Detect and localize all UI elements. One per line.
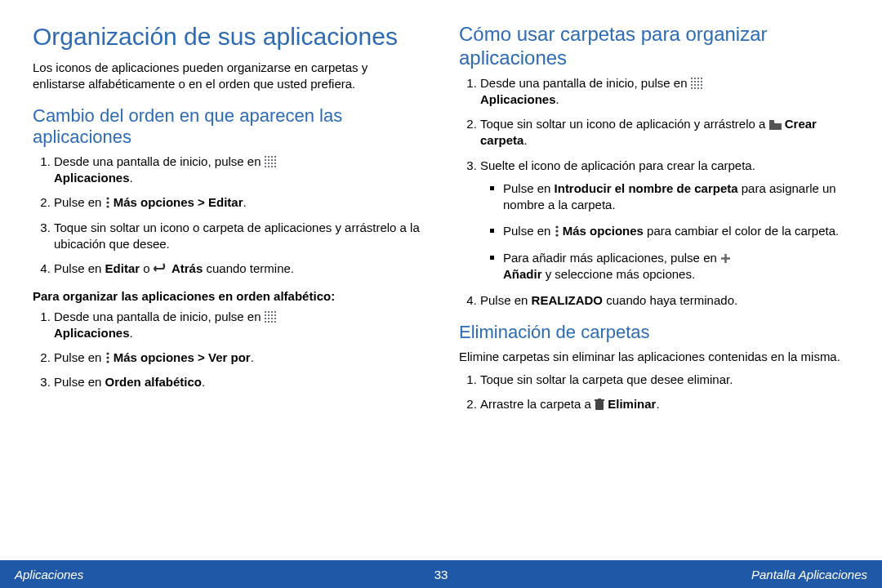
more-options-icon (105, 352, 110, 363)
apps-grid-icon (265, 311, 276, 323)
svg-point-36 (106, 356, 109, 359)
footer-right: Pantalla Aplicaciones (448, 568, 867, 581)
svg-rect-62 (598, 399, 601, 400)
svg-point-16 (106, 198, 109, 200)
svg-rect-10 (271, 163, 273, 164)
svg-rect-28 (268, 318, 270, 319)
apps-grid-icon (265, 156, 276, 167)
svg-rect-46 (691, 84, 693, 86)
delete-steps: Toque sin soltar la carpeta que desee el… (459, 372, 849, 413)
apps-grid-icon (691, 78, 702, 89)
svg-rect-38 (691, 78, 693, 79)
svg-rect-22 (274, 311, 276, 313)
svg-rect-39 (694, 78, 696, 79)
step-4: Pulse en Editar o Atrás cuando termine. (54, 261, 423, 277)
svg-point-55 (555, 226, 558, 229)
svg-rect-12 (265, 166, 266, 167)
svg-rect-8 (265, 163, 266, 164)
svg-rect-5 (268, 159, 270, 161)
folder-step-4: Pulse en REALIZADO cuando haya terminado… (480, 292, 849, 309)
svg-point-56 (555, 230, 558, 233)
heading-delete-folders: Eliminación de carpetas (459, 322, 849, 343)
more-options-icon (105, 197, 110, 208)
svg-rect-45 (701, 81, 702, 82)
step-3: Toque sin soltar un icono o carpeta de a… (54, 220, 423, 253)
svg-rect-26 (274, 314, 276, 316)
step-2: Pulse en Más opciones > Editar. (54, 194, 423, 211)
svg-rect-24 (268, 314, 270, 316)
svg-rect-14 (271, 166, 273, 167)
alpha-step-1: Desde una pantalla de inicio, pulse en A… (54, 309, 423, 342)
svg-rect-41 (701, 78, 702, 79)
folder-steps: Desde una pantalla de inicio, pulse en A… (459, 75, 849, 310)
left-column: Organización de sus aplicaciones Los ico… (33, 23, 423, 560)
svg-rect-29 (271, 318, 273, 319)
footer-left: Aplicaciones (15, 568, 434, 581)
folder-step-1: Desde una pantalla de inicio, pulse en A… (480, 75, 849, 109)
svg-rect-20 (268, 311, 270, 313)
svg-rect-9 (268, 163, 270, 164)
page-footer: Aplicaciones 33 Pantalla Aplicaciones (0, 560, 882, 588)
svg-rect-6 (271, 159, 273, 161)
svg-rect-54 (769, 120, 774, 122)
svg-rect-19 (265, 311, 266, 313)
svg-rect-42 (691, 81, 693, 82)
svg-rect-23 (265, 314, 266, 316)
svg-rect-53 (701, 87, 702, 89)
svg-rect-32 (268, 321, 270, 323)
trash-icon (595, 399, 604, 410)
svg-rect-52 (697, 87, 699, 89)
svg-rect-49 (701, 84, 702, 86)
svg-rect-50 (691, 87, 693, 89)
change-order-steps: Desde una pantalla de inicio, pulse en A… (33, 154, 423, 278)
svg-rect-44 (697, 81, 699, 82)
svg-point-37 (106, 360, 109, 363)
svg-rect-13 (268, 166, 270, 167)
svg-rect-11 (274, 163, 276, 164)
alpha-subheading: Para organizar las aplicaciones en orden… (33, 288, 423, 305)
step-1: Desde una pantalla de inicio, pulse en A… (54, 154, 423, 187)
bullet-add: Para añadir más aplicaciones, pulse en A… (495, 250, 849, 283)
delete-step-2: Arrastre la carpeta a Eliminar. (480, 396, 849, 412)
delete-intro: Elimine carpetas sin eliminar las aplica… (459, 349, 849, 365)
svg-rect-31 (265, 321, 266, 323)
svg-point-18 (106, 206, 109, 208)
folder-step-3: Suelte el icono de aplicación para crear… (480, 158, 849, 283)
bullet-color: Pulse en Más opciones para cambiar el co… (495, 223, 849, 239)
back-icon (154, 263, 168, 274)
svg-rect-27 (265, 318, 266, 319)
alpha-step-3: Pulse en Orden alfabético. (54, 374, 423, 390)
alpha-steps: Desde una pantalla de inicio, pulse en A… (33, 309, 423, 391)
svg-point-35 (106, 352, 109, 354)
svg-rect-7 (274, 159, 276, 161)
heading-folders: Cómo usar carpetas para organizar aplica… (459, 23, 849, 70)
svg-rect-60 (595, 401, 604, 410)
svg-rect-15 (274, 166, 276, 167)
svg-rect-40 (697, 78, 699, 79)
svg-point-17 (106, 202, 109, 204)
right-column: Cómo usar carpetas para organizar aplica… (459, 23, 849, 560)
alpha-step-2: Pulse en Más opciones > Ver por. (54, 350, 423, 366)
footer-page-number: 33 (434, 568, 448, 581)
svg-point-57 (555, 234, 558, 237)
svg-rect-34 (274, 321, 276, 323)
svg-rect-21 (271, 311, 273, 313)
folder-step-2: Toque sin soltar un icono de aplicación … (480, 116, 849, 149)
svg-rect-3 (274, 156, 276, 158)
folder-sub-bullets: Pulse en Introducir el nombre de carpeta… (480, 180, 849, 283)
svg-rect-1 (268, 156, 270, 158)
svg-rect-30 (274, 318, 276, 319)
bullet-name: Pulse en Introducir el nombre de carpeta… (495, 180, 849, 214)
svg-rect-33 (271, 321, 273, 323)
delete-step-1: Toque sin soltar la carpeta que desee el… (480, 372, 849, 388)
more-options-icon (555, 225, 559, 237)
svg-rect-25 (271, 314, 273, 316)
svg-rect-48 (697, 84, 699, 86)
svg-rect-0 (265, 156, 266, 158)
plus-icon (720, 253, 731, 264)
heading-change-order: Cambio del orden en que aparecen las apl… (33, 105, 423, 149)
svg-rect-51 (694, 87, 696, 89)
svg-rect-43 (694, 81, 696, 82)
intro-text: Los iconos de aplicaciones pueden organi… (33, 60, 423, 93)
svg-rect-47 (694, 84, 696, 86)
